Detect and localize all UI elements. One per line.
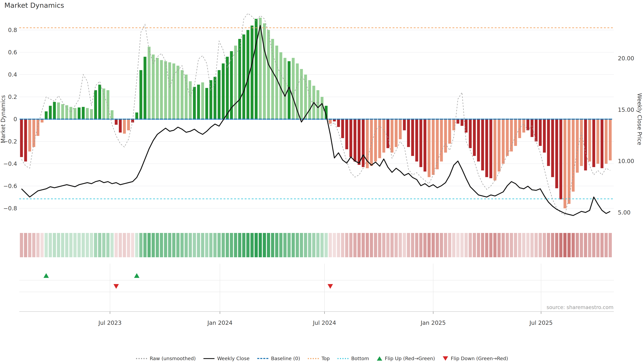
legend-item-flipup: Flip Up (Red→Green) — [377, 356, 435, 361]
heatmap-cell — [543, 233, 546, 257]
baseline-dash — [419, 119, 422, 120]
heatmap-cell — [61, 233, 64, 257]
heatmap-cell — [349, 233, 352, 257]
baseline-dash — [94, 119, 98, 120]
heatmap-cell — [57, 233, 60, 257]
chart-legend: Raw (unsmoothed)Weekly CloseBaseline (0)… — [0, 356, 644, 361]
baseline-dash — [308, 119, 312, 120]
baseline-dash — [493, 119, 497, 120]
market-dynamics-page: Jul 2023Jan 2024Jul 2024Jan 2025Jul 2025… — [0, 0, 644, 362]
baseline-dash — [156, 119, 159, 120]
baseline-dash — [518, 119, 522, 120]
baseline-dash — [234, 119, 238, 120]
baseline-dash — [36, 119, 40, 120]
baseline-dash — [291, 119, 295, 120]
baseline-dash — [588, 119, 592, 120]
dynamics-bar — [234, 45, 237, 119]
dynamics-bar — [172, 63, 175, 119]
left-axis-title: Market Dynamics — [0, 95, 6, 143]
baseline-dash — [407, 119, 410, 120]
baseline-dash — [230, 119, 233, 120]
baseline-dash — [394, 119, 398, 120]
heatmap-cell — [238, 233, 241, 257]
legend-item-close: Weekly Close — [204, 356, 250, 361]
baseline-dash — [77, 119, 81, 120]
heatmap-cell — [197, 233, 200, 257]
baseline-dash — [213, 119, 217, 120]
dynamics-bar — [547, 119, 550, 166]
raw-line-icon — [136, 358, 147, 359]
dynamics-bar — [201, 82, 204, 119]
dynamics-bar — [337, 119, 340, 127]
baseline-dash — [61, 119, 64, 120]
heatmap-cell — [308, 233, 311, 257]
heatmap-cell — [32, 233, 36, 257]
heatmap-cell — [86, 233, 89, 257]
heatmap-cell — [464, 233, 468, 257]
heatmap-cell — [316, 233, 320, 257]
baseline-dash — [477, 119, 480, 120]
dynamics-bar — [440, 119, 443, 162]
heatmap-cell — [44, 233, 48, 257]
heatmap-cell — [254, 233, 258, 257]
weekly-close-line — [22, 25, 610, 216]
heatmap-cell — [382, 233, 386, 257]
dynamics-bar — [316, 90, 319, 119]
baseline-dash — [596, 119, 600, 120]
left-axis-tick-label: 0 — [14, 116, 17, 122]
baseline-dash — [188, 119, 192, 120]
dynamics-bar — [66, 105, 68, 119]
baseline-dash — [522, 119, 526, 120]
baseline-dash — [168, 119, 172, 120]
dynamics-bar — [522, 119, 525, 133]
heatmap-cell — [534, 233, 538, 257]
heatmap-cell — [275, 233, 278, 257]
heatmap-cell — [201, 233, 204, 257]
dynamics-bar — [502, 119, 505, 164]
dynamics-bar — [580, 119, 583, 166]
heatmap-cell — [127, 233, 130, 257]
baseline-dash — [287, 119, 291, 120]
baseline-dash — [448, 119, 452, 120]
weekly-close-line-icon — [204, 358, 214, 359]
flip-up-marker — [134, 273, 139, 278]
heatmap-cell — [440, 233, 443, 257]
heatmap-cell — [246, 233, 250, 257]
dynamics-bar — [411, 119, 414, 156]
heatmap-cell — [432, 233, 435, 257]
baseline-dash — [279, 119, 283, 120]
baseline-dash — [40, 119, 44, 120]
dynamics-bar — [506, 119, 509, 156]
baseline-dash — [514, 119, 518, 120]
dynamics-bar — [415, 119, 418, 162]
baseline-dash — [538, 119, 542, 120]
dynamics-bar — [78, 107, 80, 119]
dynamics-bar — [238, 39, 241, 119]
baseline-dash — [52, 119, 56, 120]
baseline-dash — [90, 119, 93, 120]
baseline-dash — [485, 119, 488, 120]
baseline-dash — [81, 119, 85, 120]
dynamics-bar — [584, 119, 587, 170]
legend-label: Weekly Close — [217, 356, 250, 361]
heatmap-cell — [580, 233, 583, 257]
heatmap-cell — [160, 233, 163, 257]
x-tick-label: Jul 2023 — [98, 320, 122, 326]
dynamics-bar — [358, 119, 360, 165]
dynamics-bar — [32, 119, 35, 147]
baseline-dash — [378, 119, 382, 120]
dynamics-bar — [36, 119, 40, 136]
baseline-dash — [402, 119, 406, 120]
flip-up-marker — [44, 273, 49, 278]
baseline-dash — [106, 119, 110, 120]
legend-label: Flip Up (Red→Green) — [385, 356, 435, 361]
baseline-dash — [102, 119, 106, 120]
dynamics-bar — [390, 119, 394, 153]
heatmap-cell — [341, 233, 344, 257]
dynamics-bar — [576, 119, 579, 173]
dynamics-bar — [350, 119, 352, 157]
dynamics-bar — [156, 58, 159, 119]
baseline-dash — [456, 119, 460, 120]
dynamics-bar — [555, 119, 558, 188]
heatmap-cell — [114, 233, 118, 257]
